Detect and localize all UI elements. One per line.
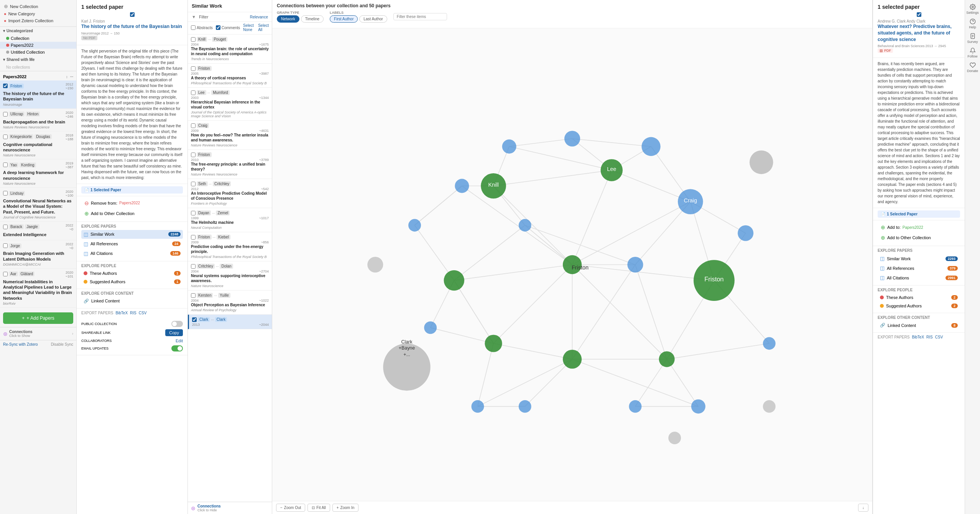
sim-checkbox-9[interactable] — [191, 264, 196, 269]
comments-checkbox[interactable] — [216, 25, 220, 30]
sim-checkbox-8[interactable] — [191, 235, 196, 240]
right-linked-content-item[interactable]: 🔗 Linked Content 8 — [878, 321, 960, 329]
paper-item-yao[interactable]: Yao Kording 2019 ~387 A deep learning fr… — [0, 159, 76, 188]
uncategorized-section[interactable]: ▾ Uncategorized — [0, 27, 76, 35]
sim-paper-10[interactable]: Kersten ··· Yuille 2004 ~1022 Object Per… — [188, 291, 272, 315]
sim-paper-2[interactable]: Friston 2005 ~3987 A theory of cortical … — [188, 64, 272, 88]
edit-collaborators-link[interactable]: Edit — [176, 338, 183, 343]
right-these-authors-item[interactable]: These Authors 2 — [878, 294, 960, 301]
sidebar-item-untitled[interactable]: Untitled Collection — [0, 49, 76, 56]
relevance-label[interactable]: Relevance — [250, 15, 268, 19]
zoom-in-button[interactable]: + Zoom In — [332, 504, 359, 512]
paper-checkbox-5[interactable] — [3, 191, 8, 195]
new-category-action[interactable]: ● New Category — [3, 10, 73, 17]
sim-paper-8[interactable]: Friston ··· Kiebel 2009 ~856 Predictive … — [188, 232, 272, 261]
sim-checkbox-11[interactable] — [192, 317, 197, 322]
paper-checkbox[interactable] — [3, 84, 8, 88]
sim-checkbox-1[interactable] — [191, 37, 196, 42]
sim-checkbox-4[interactable] — [191, 123, 196, 128]
first-author-btn[interactable]: First Author — [330, 15, 358, 23]
help-icon-btn[interactable]: Help — [967, 18, 979, 30]
ris-link[interactable]: RIS — [130, 311, 136, 315]
sim-paper-9[interactable]: Critchley ··· Dolan 2004 ~2704 Neural sy… — [188, 261, 272, 291]
remove-from-button[interactable]: ⊖ Remove from: Papers2022 — [81, 199, 183, 208]
sim-checkbox-5[interactable] — [191, 153, 196, 157]
sim-checkbox-10[interactable] — [191, 293, 196, 298]
select-all-link[interactable]: Select All — [258, 23, 269, 32]
sim-paper-11[interactable]: Clark ··· Clark 2013 ~2044 — [188, 315, 272, 329]
paper-checkbox-2[interactable] — [3, 112, 8, 117]
donate-icon-btn[interactable]: Donate — [967, 61, 979, 74]
sidebar-item-papers2022[interactable]: Papers2022 — [0, 42, 76, 49]
bibtex-link[interactable]: BibTeX — [115, 311, 128, 315]
paper-item-jorge[interactable]: Jorge 2022 ~0 Brain Imaging Generation w… — [0, 240, 76, 269]
paper-item-kriegeskorte[interactable]: Kriegeskorte Douglas 2018 ~188 Cognitive… — [0, 131, 76, 160]
paper-item-friston[interactable]: Friston 2012 ~150 The history of the fut… — [0, 80, 76, 109]
re-sync-link[interactable]: Re-Sync with Zotero — [3, 342, 38, 346]
similar-work-item[interactable]: ◫ Similar Work 2248 — [81, 230, 183, 239]
sim-paper-6[interactable]: Seth ··· Critchley 2012 ~542 An Interoce… — [188, 179, 272, 208]
copy-button[interactable]: Copy — [165, 329, 183, 336]
all-citations-item[interactable]: ◫ All Citations 146 — [81, 249, 183, 258]
download-graph-button[interactable]: ↓ — [858, 504, 868, 512]
paper-checkbox-7[interactable] — [3, 243, 8, 248]
follow-icon-btn[interactable]: Follow — [967, 47, 979, 59]
right-add-other-button[interactable]: ⊕ Add to Other Collection — [878, 233, 960, 242]
right-bibtex-link[interactable]: BibTeX — [912, 335, 924, 339]
select-none-link[interactable]: Select None — [243, 23, 255, 32]
import-zotero-action[interactable]: ● Import Zotero Collection — [3, 17, 73, 24]
these-authors-item[interactable]: These Authors 1 — [81, 269, 183, 277]
shared-section[interactable]: ▾ Shared with Me — [0, 56, 76, 64]
panel-paper-title[interactable]: The history of the future of the Bayesia… — [81, 23, 183, 30]
last-author-btn[interactable]: Last Author — [359, 15, 387, 23]
paper-checkbox-4[interactable] — [3, 163, 8, 167]
public-collection-toggle[interactable] — [171, 321, 183, 327]
right-similar-work-item[interactable]: ◫ Similar Work 2293 — [878, 254, 960, 263]
right-paper-checkbox[interactable] — [917, 12, 921, 17]
paper-checkbox-3[interactable] — [3, 135, 8, 139]
comments-label[interactable]: Comments — [216, 25, 240, 30]
right-ris-link[interactable]: RIS — [926, 335, 933, 339]
abstracts-label[interactable]: Abstracts — [191, 25, 213, 30]
disable-sync-link[interactable]: Disable Sync — [51, 342, 73, 346]
connections-bar[interactable]: ⊛ Connections Click to Show › — [0, 327, 76, 340]
right-suggested-authors-item[interactable]: Suggested Authors 2 — [878, 302, 960, 310]
settings-icon-btn[interactable]: Settings — [967, 3, 979, 15]
sort-icon[interactable]: ↕ — [66, 75, 68, 79]
email-updates-toggle[interactable] — [171, 345, 183, 351]
ellipsis-icon[interactable]: ··· — [70, 75, 73, 79]
linked-content-item[interactable]: 🔗 Linked Content — [81, 297, 183, 305]
paper-item-ullicrap[interactable]: Ullicrap Hinton 2020 ~246 Backpropagatio… — [0, 109, 76, 131]
abstracts-checkbox[interactable] — [191, 25, 196, 30]
sim-paper-3[interactable]: Lee ··· Mumford 2003 ~1344 Hierarchical … — [188, 88, 272, 121]
sim-connections-bar[interactable]: ⊛ Connections Click to Hide — [188, 502, 272, 514]
graph-filter-input[interactable] — [393, 13, 447, 20]
add-to-collection-button[interactable]: ⊕ Add to Other Collection — [81, 209, 183, 218]
suggested-authors-item[interactable]: Suggested Authors 1 — [81, 278, 183, 286]
paper-checkbox-6[interactable] — [3, 225, 8, 229]
papers-section-header[interactable]: Papers2022 ↕ ··· — [0, 73, 76, 80]
right-add-to-button[interactable]: ⊕ Add to: Papers2022 — [878, 223, 960, 232]
add-papers-button[interactable]: + + Add Papers — [3, 312, 73, 324]
fit-all-button[interactable]: ⊡ Fit All — [307, 504, 330, 512]
paper-select-checkbox[interactable] — [130, 12, 135, 17]
sidebar-item-collection[interactable]: Collection — [0, 35, 76, 42]
sim-paper-4[interactable]: Craig 2009 ~4631 How do you feel--now? T… — [188, 121, 272, 150]
timeline-btn[interactable]: Timeline — [301, 15, 324, 23]
sim-paper-1[interactable]: Knill ··· Pouget 2004 ~1675 The Bayesian… — [188, 34, 272, 64]
csv-link[interactable]: CSV — [139, 311, 147, 315]
sim-checkbox-7[interactable] — [191, 211, 196, 215]
sim-paper-7[interactable]: Dayan ··· Zemel 1999 ~1017 The Helmholtz… — [188, 208, 272, 232]
sim-checkbox-2[interactable] — [191, 66, 196, 71]
all-references-item[interactable]: ◫ All References 24 — [81, 240, 183, 248]
paper-item-barack[interactable]: Barack Jaegle 2022 ~0 Extended Intellige… — [0, 222, 76, 240]
right-all-citations-item[interactable]: ◫ All Citations 2991 — [878, 273, 960, 282]
survey-icon-btn[interactable]: Survey — [967, 32, 979, 44]
new-collection-action[interactable]: ⊕ New Collection — [3, 2, 73, 10]
right-panel-paper-title[interactable]: Whatever next? Predictive brains, situat… — [878, 23, 960, 43]
zoom-out-button[interactable]: − Zoom Out — [276, 504, 305, 512]
right-csv-link[interactable]: CSV — [935, 335, 943, 339]
sim-checkbox-3[interactable] — [191, 90, 196, 95]
paper-item-lindsay[interactable]: Lindsay 2020 ~100 Convolutional Neural N… — [0, 188, 76, 222]
right-all-references-item[interactable]: ◫ All References 379 — [878, 264, 960, 273]
